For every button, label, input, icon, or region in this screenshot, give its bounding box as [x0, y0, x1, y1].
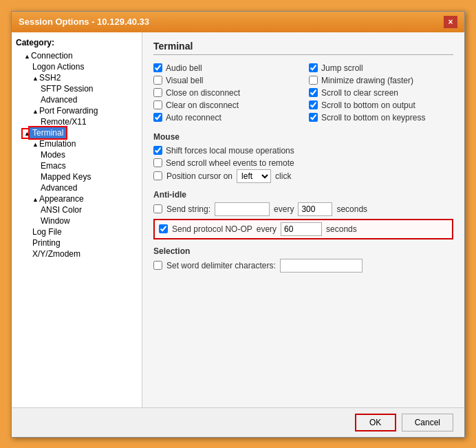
anti-idle-group-label: Anti-idle [153, 190, 453, 200]
sidebar-item-log-file[interactable]: Log File [14, 226, 139, 237]
category-label: Category: [14, 38, 139, 47]
clear-on-disconnect-checkbox[interactable] [153, 100, 162, 109]
mouse-section: Mouse Shift forces local mouse operation… [153, 132, 453, 183]
noop-label: Send protocol NO-OP [172, 224, 252, 234]
position-cursor-checkbox[interactable] [153, 171, 162, 180]
noop-interval-input[interactable] [281, 222, 322, 236]
sidebar: Category: ▲Connection Logon Actions ▲SSH… [12, 32, 142, 407]
jump-scroll-checkbox[interactable] [309, 63, 318, 72]
sidebar-item-remote-x11[interactable]: Remote/X11 [14, 116, 139, 127]
visual-bell-label: Visual bell [166, 76, 203, 85]
sidebar-item-connection[interactable]: ▲Connection [14, 50, 139, 61]
minimize-drawing-checkbox[interactable] [309, 76, 318, 85]
mouse-group-label: Mouse [153, 132, 453, 142]
ok-button[interactable]: OK [355, 414, 396, 431]
audio-bell-row: Audio bell [153, 62, 298, 74]
audio-bell-label: Audio bell [166, 63, 202, 73]
noop-row: Send protocol NO-OP every seconds [153, 219, 453, 239]
session-options-dialog: Session Options - 10.129.40.33 × Categor… [11, 11, 465, 438]
shift-forces-local-label: Shift forces local mouse operations [166, 146, 294, 156]
sidebar-item-mapped-keys[interactable]: Mapped Keys [14, 171, 139, 182]
sidebar-item-modes[interactable]: Modes [14, 149, 139, 160]
clear-on-disconnect-row: Clear on disconnect [153, 99, 298, 111]
scroll-bottom-keypress-label: Scroll to bottom on keypress [321, 113, 425, 122]
sidebar-item-logon-actions[interactable]: Logon Actions [14, 61, 139, 72]
sidebar-item-advanced-ssh2[interactable]: Advanced [14, 94, 139, 105]
sidebar-item-ansi-color[interactable]: ANSI Color [14, 204, 139, 215]
scroll-clear-row: Scroll to clear screen [309, 87, 453, 99]
sidebar-item-advanced-emulation[interactable]: Advanced [14, 182, 139, 193]
anti-idle-section: Anti-idle Send string: every seconds Sen… [153, 190, 453, 239]
minimize-drawing-label: Minimize drawing (faster) [321, 76, 413, 85]
cancel-button[interactable]: Cancel [402, 414, 453, 431]
sidebar-item-emacs[interactable]: Emacs [14, 160, 139, 171]
interval-input-1[interactable] [298, 202, 332, 216]
position-cursor-label: Position cursor on [166, 171, 232, 181]
send-string-row: Send string: every seconds [153, 202, 453, 216]
scroll-bottom-output-checkbox[interactable] [309, 100, 318, 109]
send-scroll-wheel-label: Send scroll wheel events to remote [166, 158, 294, 168]
main-panel: Terminal Audio bell Visual bell Close [142, 32, 464, 407]
scroll-bottom-output-row: Scroll to bottom on output [309, 99, 453, 111]
jump-scroll-label: Jump scroll [321, 63, 363, 73]
close-button[interactable]: × [444, 16, 457, 28]
send-scroll-wheel-row: Send scroll wheel events to remote [153, 157, 453, 169]
options-grid: Audio bell Visual bell Close on disconne… [153, 62, 453, 124]
sidebar-item-printing[interactable]: Printing [14, 237, 139, 248]
sidebar-item-ssh2[interactable]: ▲SSH2 [14, 72, 139, 83]
seconds-label-1: seconds [336, 204, 367, 214]
sidebar-item-emulation[interactable]: ▲Emulation [14, 138, 139, 149]
auto-reconnect-checkbox[interactable] [153, 113, 162, 122]
section-title: Terminal [153, 41, 453, 55]
col2: Jump scroll Minimize drawing (faster) Sc… [309, 62, 453, 124]
send-string-label: Send string: [166, 204, 210, 214]
position-cursor-row: Position cursor on left right click [153, 169, 453, 183]
clear-on-disconnect-label: Clear on disconnect [166, 100, 239, 110]
dialog-footer: OK Cancel [12, 407, 464, 437]
window-title: Session Options - 10.129.40.33 [19, 17, 149, 27]
word-delimiter-checkbox[interactable] [153, 261, 162, 270]
sidebar-item-port-forwarding[interactable]: ▲Port Forwarding [14, 105, 139, 116]
sidebar-item-xyz-modem[interactable]: X/Y/Zmodem [14, 248, 139, 259]
sidebar-item-appearance[interactable]: ▲Appearance [14, 193, 139, 204]
send-string-checkbox[interactable] [153, 204, 162, 213]
sidebar-item-terminal[interactable]: ▲Terminal [14, 127, 139, 138]
auto-reconnect-row: Auto reconnect [153, 111, 298, 124]
send-string-input[interactable] [215, 202, 270, 216]
close-on-disconnect-row: Close on disconnect [153, 87, 298, 99]
sidebar-item-window[interactable]: Window [14, 215, 139, 226]
scroll-bottom-keypress-row: Scroll to bottom on keypress [309, 111, 453, 124]
word-delimiter-label: Set word delimiter characters: [166, 261, 276, 270]
send-scroll-wheel-checkbox[interactable] [153, 158, 162, 167]
noop-checkbox[interactable] [159, 224, 168, 233]
scroll-clear-checkbox[interactable] [309, 88, 318, 97]
visual-bell-row: Visual bell [153, 74, 298, 87]
seconds-label-2: seconds [326, 224, 357, 234]
close-on-disconnect-checkbox[interactable] [153, 88, 162, 97]
every-label-1: every [274, 204, 294, 214]
scroll-bottom-keypress-checkbox[interactable] [309, 113, 318, 122]
sidebar-item-sftp-session[interactable]: SFTP Session [14, 83, 139, 94]
word-delimiter-input[interactable] [280, 259, 363, 273]
word-delimiter-row: Set word delimiter characters: [153, 259, 453, 273]
scroll-clear-label: Scroll to clear screen [321, 88, 398, 98]
click-label: click [275, 171, 291, 181]
col1: Audio bell Visual bell Close on disconne… [153, 62, 298, 124]
audio-bell-checkbox[interactable] [153, 63, 162, 72]
auto-reconnect-label: Auto reconnect [166, 113, 221, 122]
jump-scroll-row: Jump scroll [309, 62, 453, 74]
shift-forces-local-checkbox[interactable] [153, 146, 162, 155]
every-label-2: every [257, 224, 277, 234]
scroll-bottom-output-label: Scroll to bottom on output [321, 100, 415, 110]
shift-forces-local-row: Shift forces local mouse operations [153, 145, 453, 157]
visual-bell-checkbox[interactable] [153, 76, 162, 85]
minimize-drawing-row: Minimize drawing (faster) [309, 74, 453, 87]
title-bar: Session Options - 10.129.40.33 × [12, 12, 464, 32]
selection-group-label: Selection [153, 246, 453, 256]
dialog-body: Category: ▲Connection Logon Actions ▲SSH… [12, 32, 464, 407]
close-on-disconnect-label: Close on disconnect [166, 88, 240, 98]
position-cursor-select[interactable]: left right [237, 169, 271, 183]
selection-section: Selection Set word delimiter characters: [153, 246, 453, 273]
